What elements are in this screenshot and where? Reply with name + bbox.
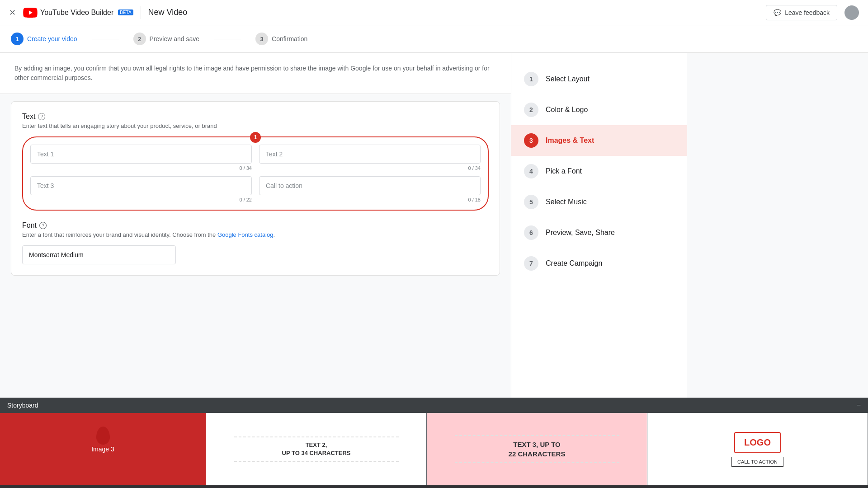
text3-input[interactable] xyxy=(30,176,252,195)
text-section-card: Text ? Enter text that tells an engaging… xyxy=(11,101,500,276)
sidebar-item-images-text[interactable]: 3 Images & Text xyxy=(511,125,687,156)
step-2-label: Preview and save xyxy=(150,35,200,42)
sidebar-step-5-circle: 5 xyxy=(524,195,538,209)
storyboard-title: Storyboard xyxy=(7,402,38,409)
step-3[interactable]: 3 Confirmation xyxy=(255,33,307,45)
page-title: New Video xyxy=(148,8,188,17)
storyboard-frame-3[interactable]: TEXT 3, UP TO 22 CHARACTERS xyxy=(427,413,647,485)
app-name: YouTube Video Builder xyxy=(40,9,113,17)
step-3-label: Confirmation xyxy=(272,35,307,42)
sidebar-item-6-label: Preview, Save, Share xyxy=(546,229,615,237)
sidebar-item-2-label: Color & Logo xyxy=(546,106,588,114)
text3-wrapper: 0 / 22 xyxy=(30,176,252,202)
step-3-circle: 3 xyxy=(255,33,268,45)
font-help-icon[interactable]: ? xyxy=(39,222,47,229)
frame3-top-line xyxy=(455,435,619,436)
font-section-title: Font ? xyxy=(22,221,489,230)
app-header: ✕ YouTube Video Builder BETA New Video 💬… xyxy=(0,0,868,25)
text1-wrapper: 0 / 34 xyxy=(30,145,252,171)
beta-badge: BETA xyxy=(118,9,133,15)
feedback-icon: 💬 xyxy=(774,9,781,16)
frame2-text: TEXT 2, UP TO 34 CHARACTERS xyxy=(282,441,351,457)
leave-feedback-button[interactable]: 💬 Leave feedback xyxy=(766,5,837,20)
feedback-label: Leave feedback xyxy=(785,9,830,16)
avatar[interactable] xyxy=(844,5,859,20)
sidebar-item-3-label: Images & Text xyxy=(546,136,594,145)
frame1-water-drop xyxy=(96,427,110,445)
stepper: 1 Create your video 2 Preview and save 3… xyxy=(0,25,868,53)
storyboard-frame-4[interactable]: LOGO CALL TO ACTION xyxy=(647,413,868,485)
step-1-label: Create your video xyxy=(27,35,77,42)
sidebar-item-4-label: Pick a Font xyxy=(546,167,582,175)
text3-char-count: 0 / 22 xyxy=(30,197,252,202)
text-fields-row-2: 0 / 22 0 / 18 xyxy=(30,176,481,202)
text2-wrapper: 0 / 34 xyxy=(259,145,481,171)
step-2-circle: 2 xyxy=(133,33,146,45)
text-fields-row-1: 0 / 34 0 / 34 xyxy=(30,145,481,171)
text-fields-container: 1 0 / 34 0 / 34 0 / 22 xyxy=(22,136,489,211)
frame4-logo: LOGO xyxy=(734,432,781,453)
sidebar-step-1-circle: 1 xyxy=(524,72,538,86)
close-icon[interactable]: ✕ xyxy=(9,8,16,18)
frame2-bottom-line xyxy=(234,461,399,462)
sidebar-item-create-campaign[interactable]: 7 Create Campaign xyxy=(511,248,687,279)
frame1-label: Image 3 xyxy=(91,446,114,453)
frame3-bottom-line xyxy=(455,462,619,463)
font-section: Font ? Enter a font that reinforces your… xyxy=(22,221,489,264)
sidebar-step-6-circle: 6 xyxy=(524,225,538,240)
text1-char-count: 0 / 34 xyxy=(30,165,252,171)
sidebar-item-color-logo[interactable]: 2 Color & Logo xyxy=(511,94,687,125)
sidebar-step-4-circle: 4 xyxy=(524,164,538,178)
storyboard-frame-2[interactable]: TEXT 2, UP TO 34 CHARACTERS xyxy=(206,413,427,485)
info-banner: By adding an image, you confirm that you… xyxy=(0,53,511,94)
frame3-text: TEXT 3, UP TO 22 CHARACTERS xyxy=(509,440,566,459)
text-help-icon[interactable]: ? xyxy=(38,113,45,120)
text2-input[interactable] xyxy=(259,145,481,164)
frame4-cta: CALL TO ACTION xyxy=(731,457,783,467)
font-input[interactable] xyxy=(22,245,176,264)
text2-char-count: 0 / 34 xyxy=(259,165,481,171)
sidebar-item-preview-save[interactable]: 6 Preview, Save, Share xyxy=(511,217,687,248)
step-1-circle: 1 xyxy=(11,33,24,45)
cta-char-count: 0 / 18 xyxy=(259,197,481,202)
sidebar-item-1-label: Select Layout xyxy=(546,75,590,83)
header-divider xyxy=(141,6,141,19)
storyboard-minimize-button[interactable]: − xyxy=(857,401,861,409)
cta-wrapper: 0 / 18 xyxy=(259,176,481,202)
sidebar-item-7-label: Create Campaign xyxy=(546,259,602,267)
storyboard-frames: Image 3 TEXT 2, UP TO 34 CHARACTERS TEXT… xyxy=(0,413,868,485)
storyboard: Storyboard − Image 3 TEXT 2, UP TO 34 CH… xyxy=(0,398,868,488)
step-2[interactable]: 2 Preview and save xyxy=(133,33,200,45)
info-text: By adding an image, you confirm that you… xyxy=(14,64,496,83)
youtube-logo: YouTube Video Builder BETA xyxy=(23,8,133,18)
google-fonts-link[interactable]: Google Fonts catalog xyxy=(217,231,274,238)
step-connector-2 xyxy=(214,39,241,39)
text-section-subtitle: Enter text that tells an engaging story … xyxy=(22,122,489,129)
font-section-subtitle: Enter a font that reinforces your brand … xyxy=(22,231,489,238)
text-section-title: Text ? xyxy=(22,113,489,121)
step-1[interactable]: 1 Create your video xyxy=(11,33,77,45)
sidebar-step-7-circle: 7 xyxy=(524,256,538,271)
storyboard-header: Storyboard − xyxy=(0,398,868,413)
youtube-icon xyxy=(23,8,38,18)
frame2-top-line xyxy=(234,436,399,437)
storyboard-frame-1[interactable]: Image 3 xyxy=(0,413,206,485)
sidebar-step-2-circle: 2 xyxy=(524,103,538,117)
sidebar-step-3-circle: 3 xyxy=(524,133,538,148)
text-badge: 1 xyxy=(250,132,261,143)
sidebar-item-select-layout[interactable]: 1 Select Layout xyxy=(511,64,687,94)
cta-input[interactable] xyxy=(259,176,481,195)
sidebar-item-5-label: Select Music xyxy=(546,198,587,206)
step-connector-1 xyxy=(92,39,119,39)
text1-input[interactable] xyxy=(30,145,252,164)
font-input-wrapper xyxy=(22,245,176,264)
sidebar-item-pick-font[interactable]: 4 Pick a Font xyxy=(511,156,687,187)
sidebar-item-select-music[interactable]: 5 Select Music xyxy=(511,187,687,217)
